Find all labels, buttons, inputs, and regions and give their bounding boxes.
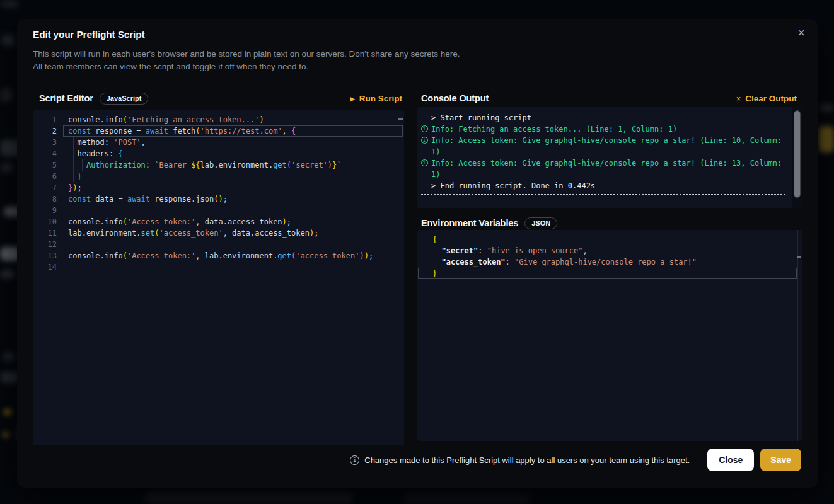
code-token: , — [141, 138, 146, 147]
code-token: await — [127, 195, 150, 203]
code-line: 7}); — [33, 182, 404, 193]
modal-description-line2: All team members can view the script and… — [33, 60, 308, 73]
backdrop-blob — [820, 104, 834, 112]
close-button[interactable]: Close — [707, 449, 754, 471]
info-icon: i — [420, 137, 429, 144]
backdrop-blob — [0, 88, 13, 102]
code-token: "Give graphql-hive/console repo a star!" — [514, 258, 697, 266]
console-line: iInfo: Access token: Give graphql-hive/c… — [417, 158, 802, 180]
code-token: 'Fetching an access token...' — [127, 115, 260, 124]
code-token: 'secret' — [291, 161, 328, 169]
code-token: `Bearer — [154, 161, 191, 169]
code-text: console.info('Fetching an access token..… — [68, 114, 264, 125]
code-token: ${ — [191, 161, 200, 169]
code-token: , data.access_token — [195, 217, 282, 226]
json-badge: JSON — [524, 217, 557, 229]
env-line: "access_token": "Give graphql-hive/conso… — [417, 256, 802, 268]
code-token: headers: — [68, 149, 118, 158]
code-token: ( — [195, 127, 200, 135]
env-line: "secret": "hive-is-open-source", — [417, 245, 802, 256]
console-line-text: Info: Fetching an access token... (Line:… — [431, 123, 677, 135]
javascript-badge: JavaScript — [100, 93, 149, 105]
clear-output-label: Clear Output — [745, 94, 797, 103]
code-text: } — [432, 268, 437, 279]
code-text: method: 'POST', — [68, 137, 146, 148]
code-token — [68, 172, 77, 181]
code-token: ; — [314, 229, 318, 238]
code-line: 6 } — [33, 171, 404, 182]
code-text: }); — [68, 182, 82, 193]
code-token: const — [68, 195, 91, 203]
code-line: 9 — [33, 205, 404, 216]
backdrop-blob — [0, 163, 14, 173]
code-text: const response = await fetch('https://te… — [68, 125, 296, 137]
code-token: "hive-is-open-source" — [487, 246, 583, 255]
code-line: 10console.info('Access token:', data.acc… — [33, 216, 404, 227]
line-number: 8 — [33, 193, 68, 205]
code-token: method: — [68, 138, 113, 147]
save-button[interactable]: Save — [760, 449, 801, 471]
backdrop-blob — [403, 493, 530, 504]
info-icon: i — [420, 125, 429, 132]
code-token: ) — [328, 161, 332, 169]
code-token — [68, 161, 86, 169]
active-line-highlight — [418, 268, 797, 279]
console-scrollbar-thumb[interactable] — [794, 110, 801, 198]
backdrop-blob — [3, 432, 9, 437]
console-header: Console Output × Clear Output — [417, 91, 802, 106]
environment-variables-lines: { "secret": "hive-is-open-source", "acce… — [417, 234, 802, 279]
console-line: iInfo: Access token: Give graphql-hive/c… — [417, 135, 802, 158]
code-token: console.info — [68, 251, 123, 260]
code-token: Authorization — [86, 161, 146, 169]
line-number: 14 — [33, 261, 68, 273]
code-token: ( — [123, 217, 127, 226]
backdrop-blob — [3, 352, 15, 362]
close-icon[interactable]: × — [797, 28, 806, 38]
line-number: 2 — [33, 125, 68, 137]
console-output: > Start running scriptiInfo: Fetching an… — [417, 107, 802, 208]
code-text: console.info('Access token:', data.acces… — [68, 216, 291, 227]
code-token: ; — [287, 217, 291, 226]
code-line: 3 method: 'POST', — [33, 137, 404, 148]
script-editor[interactable]: 1console.info('Fetching an access token.… — [33, 110, 404, 445]
code-token: { — [118, 149, 122, 158]
env-line: { — [417, 234, 802, 245]
console-output-title: Console Output — [421, 93, 489, 103]
code-token: } — [432, 269, 437, 278]
code-token: ` — [337, 161, 341, 169]
code-token: , data.access_token — [223, 229, 310, 238]
console-line-text: Info: Access token: Give graphql-hive/co… — [431, 135, 785, 158]
code-token: ) — [359, 251, 364, 260]
clear-icon: × — [736, 94, 741, 103]
code-token: https://test.com — [205, 127, 278, 135]
environment-variables-editor[interactable]: { "secret": "hive-is-open-source", "acce… — [417, 230, 802, 441]
console-line: > End running script. Done in 0.442s — [417, 180, 802, 192]
console-line: > Start running script — [417, 112, 802, 123]
line-number: 5 — [33, 159, 68, 171]
modal-footer: i Changes made to this Preflight Script … — [350, 445, 801, 475]
line-number: 3 — [33, 137, 68, 148]
code-token: ' — [200, 127, 205, 135]
clear-output-button[interactable]: × Clear Output — [736, 94, 797, 103]
code-text: "secret": "hive-is-open-source", — [432, 245, 588, 256]
code-token: lab.environment. — [200, 161, 274, 169]
code-text: const data = await response.json(); — [68, 193, 228, 205]
env-scrollbar-track[interactable] — [797, 230, 798, 441]
code-line: 8const data = await response.json(); — [33, 193, 404, 205]
code-line: 1console.info('Fetching an access token.… — [33, 114, 404, 125]
code-token: 'Access token:' — [127, 217, 195, 226]
play-icon: ▶ — [350, 96, 355, 101]
code-token: ' — [277, 127, 282, 135]
code-line: 4 headers: { — [33, 148, 404, 159]
code-text: lab.environment.set('access_token', data… — [68, 227, 318, 239]
code-token: , — [282, 127, 291, 135]
code-token: ( — [123, 251, 127, 260]
run-script-button[interactable]: ▶ Run Script — [350, 94, 402, 103]
code-token: ) — [282, 217, 287, 226]
code-token: : — [478, 246, 487, 255]
code-token: data = — [91, 195, 127, 203]
code-line: 5 Authorization: `Bearer ${lab.environme… — [33, 159, 404, 171]
code-line: 12 — [33, 239, 404, 250]
line-number: 11 — [33, 227, 68, 239]
environment-variables-title: Environment Variables — [421, 218, 518, 228]
